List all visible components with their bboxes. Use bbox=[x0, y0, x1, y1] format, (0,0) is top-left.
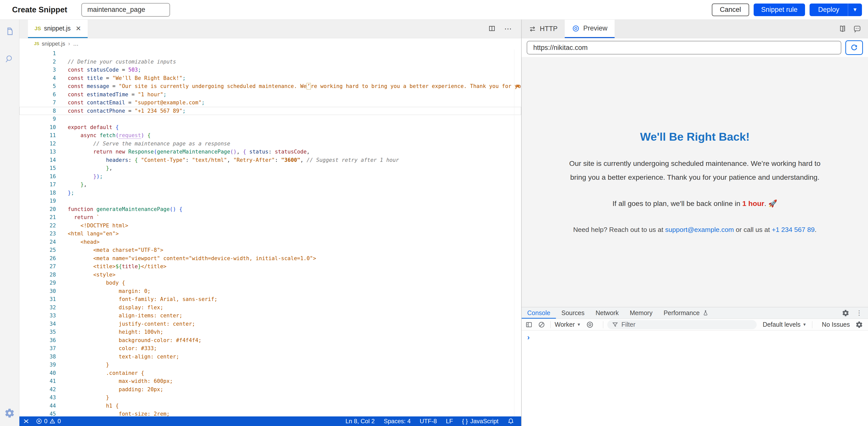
code-line[interactable]: 19 bbox=[20, 197, 521, 205]
console-tab-memory[interactable]: Memory bbox=[624, 307, 658, 319]
code-line[interactable]: 40 .container { bbox=[20, 369, 521, 377]
more-actions-icon[interactable]: ⋯ bbox=[504, 24, 513, 33]
preview-tabstrip: HTTP Preview bbox=[522, 20, 868, 38]
code-line[interactable]: 23<html lang="en"> bbox=[20, 230, 521, 238]
code-line[interactable]: 26 <meta name="viewport" content="width=… bbox=[20, 254, 521, 263]
code-line[interactable]: 4const title = "We'll Be Right Back!"; bbox=[20, 74, 521, 82]
console-tab-performance[interactable]: Performance bbox=[658, 307, 714, 319]
code-editor[interactable]: 12// Define your customizable inputs3con… bbox=[20, 49, 521, 417]
code-line[interactable]: 44 h1 { bbox=[20, 402, 521, 410]
tab-preview[interactable]: Preview bbox=[565, 20, 615, 38]
code-line[interactable]: 35 height: 100vh; bbox=[20, 328, 521, 336]
live-expression-eye-icon[interactable] bbox=[586, 321, 594, 329]
notifications-bell-icon[interactable] bbox=[507, 418, 514, 425]
console-sidebar-toggle-icon[interactable] bbox=[525, 321, 533, 329]
code-line[interactable]: 29 body { bbox=[20, 279, 521, 287]
code-line-text: }); bbox=[56, 172, 103, 181]
line-number: 26 bbox=[20, 254, 56, 263]
code-line[interactable]: 43 } bbox=[20, 394, 521, 402]
deploy-button[interactable]: Deploy bbox=[810, 3, 848, 16]
code-line[interactable]: 8const contactPhone = "+1 234 567 89"; bbox=[20, 107, 521, 115]
docs-book-icon[interactable] bbox=[838, 25, 847, 33]
code-line[interactable]: 13 return new Response(generateMaintenan… bbox=[20, 148, 521, 156]
encoding[interactable]: UTF-8 bbox=[420, 418, 437, 425]
console-tab-network[interactable]: Network bbox=[590, 307, 624, 319]
console-settings-gear-icon[interactable] bbox=[856, 321, 863, 329]
tab-snippet-js[interactable]: JS snippet.js ✕ bbox=[28, 20, 88, 38]
code-line[interactable]: 33 align-items: center; bbox=[20, 312, 521, 320]
log-levels-dropdown[interactable]: Default levels ▼ bbox=[763, 321, 807, 328]
code-line[interactable]: 5const message = "Our site is currently … bbox=[20, 82, 521, 90]
code-line[interactable]: 14 headers: { "Content-Type": "text/html… bbox=[20, 156, 521, 164]
code-line[interactable]: 10export default { bbox=[20, 123, 521, 132]
activity-bar bbox=[0, 20, 20, 426]
deploy-caret-button[interactable]: ▼ bbox=[848, 3, 862, 16]
snippet-rule-button[interactable]: Snippet rule bbox=[754, 3, 805, 16]
code-line[interactable]: 3const statusCode = 503; bbox=[20, 66, 521, 74]
console-output[interactable]: › bbox=[522, 331, 868, 426]
problems-indicator[interactable]: 0 0 bbox=[36, 418, 61, 425]
code-line[interactable]: 31 font-family: Arial, sans-serif; bbox=[20, 295, 521, 304]
context-selector[interactable]: Worker ▼ bbox=[555, 321, 581, 328]
remote-indicator-icon[interactable] bbox=[23, 418, 29, 425]
code-line[interactable]: 7const contactEmail = "support@example.c… bbox=[20, 98, 521, 107]
code-line[interactable]: 11 async fetch(request) { bbox=[20, 131, 521, 140]
code-line[interactable]: 24 <head> bbox=[20, 238, 521, 246]
code-line[interactable]: 21 return ` bbox=[20, 213, 521, 222]
code-line[interactable]: 41 max-width: 600px; bbox=[20, 377, 521, 386]
issues-counter[interactable]: No Issues bbox=[822, 321, 850, 328]
code-line[interactable]: 12 // Serve the maintenance page as a re… bbox=[20, 140, 521, 148]
rocket-emoji: 🚀 bbox=[768, 199, 777, 207]
discord-icon[interactable] bbox=[853, 25, 862, 33]
snippet-name-input[interactable] bbox=[81, 3, 170, 17]
code-line[interactable]: 15 }, bbox=[20, 164, 521, 172]
code-line[interactable]: 22 <!DOCTYPE html> bbox=[20, 222, 521, 230]
code-line[interactable]: 9 bbox=[20, 115, 521, 123]
console-tab-console[interactable]: Console bbox=[522, 307, 556, 319]
code-line[interactable]: 38 text-align: center; bbox=[20, 353, 521, 361]
clear-console-icon[interactable] bbox=[538, 321, 545, 329]
code-line[interactable]: 39 } bbox=[20, 361, 521, 369]
code-line[interactable]: 42 padding: 20px; bbox=[20, 386, 521, 394]
search-icon[interactable] bbox=[4, 54, 14, 64]
code-line[interactable]: 37 color: #333; bbox=[20, 344, 521, 353]
code-line[interactable]: 28 <style> bbox=[20, 271, 521, 279]
code-line[interactable]: 34 justify-content: center; bbox=[20, 320, 521, 328]
phone-link[interactable]: +1 234 567 89 bbox=[772, 226, 815, 233]
indentation[interactable]: Spaces: 4 bbox=[384, 418, 411, 425]
tab-http[interactable]: HTTP bbox=[522, 20, 565, 38]
editor-scrollbar[interactable] bbox=[514, 49, 521, 417]
url-input[interactable] bbox=[527, 41, 841, 54]
code-line[interactable]: 17 }, bbox=[20, 180, 521, 189]
language-mode[interactable]: JavaScript bbox=[470, 418, 498, 425]
console-filter-input[interactable]: Filter bbox=[607, 320, 757, 329]
code-line[interactable]: 1 bbox=[20, 49, 521, 58]
code-line[interactable]: 30 margin: 0; bbox=[20, 287, 521, 295]
code-line[interactable]: 16 }); bbox=[20, 172, 521, 181]
email-link[interactable]: support@example.com bbox=[665, 226, 734, 233]
console-toolbar: Worker ▼ Filter Default levels bbox=[522, 319, 868, 331]
console-tab-sources[interactable]: Sources bbox=[556, 307, 590, 319]
cancel-button[interactable]: Cancel bbox=[712, 3, 749, 16]
settings-gear-icon[interactable] bbox=[4, 408, 15, 419]
code-line[interactable]: 25 <meta charset="UTF-8"> bbox=[20, 246, 521, 254]
close-icon[interactable]: ✕ bbox=[75, 25, 81, 32]
code-line[interactable]: 18}; bbox=[20, 189, 521, 197]
code-line[interactable]: 27 <title>${title}</title> bbox=[20, 262, 521, 271]
split-editor-icon[interactable] bbox=[488, 25, 496, 32]
files-icon[interactable] bbox=[4, 26, 15, 37]
code-line[interactable]: 6const estimatedTime = "1 hour"; bbox=[20, 90, 521, 99]
code-line[interactable]: 45 font-size: 2rem; bbox=[20, 410, 521, 417]
eol-sequence[interactable]: LF bbox=[446, 418, 453, 425]
code-line[interactable]: 2// Define your customizable inputs bbox=[20, 58, 521, 66]
breadcrumb[interactable]: JS snippet.js › … bbox=[20, 38, 521, 49]
code-line[interactable]: 36 background-color: #f4f4f4; bbox=[20, 336, 521, 345]
more-options-kebab-icon[interactable]: ⋮ bbox=[856, 309, 863, 317]
devtools-settings-gear-icon[interactable] bbox=[842, 309, 849, 317]
code-line[interactable]: 32 display: flex; bbox=[20, 304, 521, 312]
code-line-text: height: 100vh; bbox=[56, 328, 163, 336]
code-line[interactable]: 20function generateMaintenancePage() { bbox=[20, 205, 521, 214]
refresh-button[interactable] bbox=[845, 40, 863, 55]
eta-value: 1 hour bbox=[742, 199, 764, 207]
cursor-position[interactable]: Ln 8, Col 2 bbox=[345, 418, 375, 425]
